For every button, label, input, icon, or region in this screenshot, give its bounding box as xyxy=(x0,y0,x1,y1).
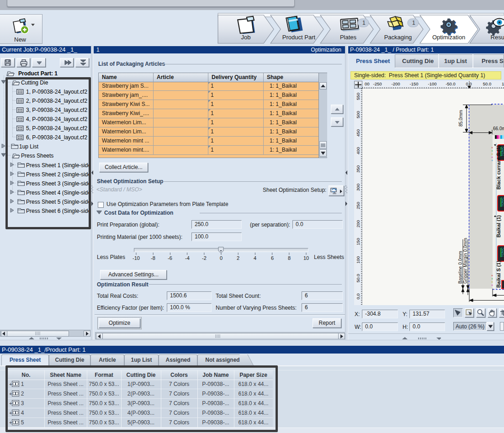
svg-text:Black currant S (1): Black currant S (1) xyxy=(496,145,501,190)
svg-text:-50.0: -50.0 xyxy=(446,81,456,86)
svg-text:50.0: 50.0 xyxy=(355,274,361,283)
svg-text:85.0mm: 85.0mm xyxy=(458,110,463,127)
svg-text:450: 450 xyxy=(355,129,361,137)
svg-text:500: 500 xyxy=(355,111,361,118)
svg-text:Product Part: 1: Product Part: 1 xyxy=(18,70,58,77)
svg-text:-250: -250 xyxy=(373,81,382,86)
svg-text:150: 150 xyxy=(355,238,361,245)
svg-text:100: 100 xyxy=(502,81,504,86)
svg-text:50.0: 50.0 xyxy=(483,81,492,86)
svg-text:Baikal (1): Baikal (1) xyxy=(496,215,501,238)
svg-text:+: + xyxy=(491,149,493,153)
svg-text:1: 1 xyxy=(412,20,415,26)
svg-text:Job: Job xyxy=(241,34,251,41)
svg-text:Product Part: Product Part xyxy=(282,34,316,41)
svg-text:66.0m: 66.0m xyxy=(493,126,504,131)
svg-text:-200: -200 xyxy=(391,81,400,86)
svg-text:+: + xyxy=(491,156,493,159)
svg-text:Baseline 0.0mm: Baseline 0.0mm xyxy=(458,251,463,284)
svg-text:Packaging: Packaging xyxy=(384,34,412,41)
svg-text:00: 00 xyxy=(365,81,370,86)
svg-text:400: 400 xyxy=(355,147,361,154)
svg-text:350: 350 xyxy=(355,165,361,173)
svg-text:+: + xyxy=(491,284,493,287)
svg-text:+: + xyxy=(491,277,493,280)
svg-text:300: 300 xyxy=(355,184,361,191)
svg-text:TONIC: TONIC xyxy=(501,146,504,156)
svg-text:250: 250 xyxy=(355,202,361,209)
svg-text:+: + xyxy=(491,153,493,156)
svg-text:+: + xyxy=(491,274,493,277)
svg-text:Optimization: Optimization xyxy=(432,34,465,41)
svg-text:0,0: 0,0 xyxy=(355,293,361,299)
svg-text:550: 550 xyxy=(355,93,361,100)
svg-text:-150: -150 xyxy=(409,81,418,86)
svg-text:Result: Result xyxy=(491,34,504,41)
svg-text:TONIC: TONIC xyxy=(501,247,504,257)
svg-text:1: 1 xyxy=(362,20,366,26)
svg-text:0,0: 0,0 xyxy=(466,81,472,86)
svg-text:Baikal S (1): Baikal S (1) xyxy=(496,260,501,288)
svg-text:100: 100 xyxy=(355,256,361,264)
svg-text:Gripper Margin 0.0mm: Gripper Margin 0.0mm xyxy=(463,238,468,284)
svg-text:Plates: Plates xyxy=(340,34,357,41)
svg-text:+: + xyxy=(491,146,493,149)
svg-text:+: + xyxy=(491,159,493,162)
svg-text:TONIC: TONIC xyxy=(501,197,504,207)
svg-text:+: + xyxy=(491,280,493,284)
svg-text:-100: -100 xyxy=(428,81,436,86)
svg-text:200: 200 xyxy=(355,220,361,227)
